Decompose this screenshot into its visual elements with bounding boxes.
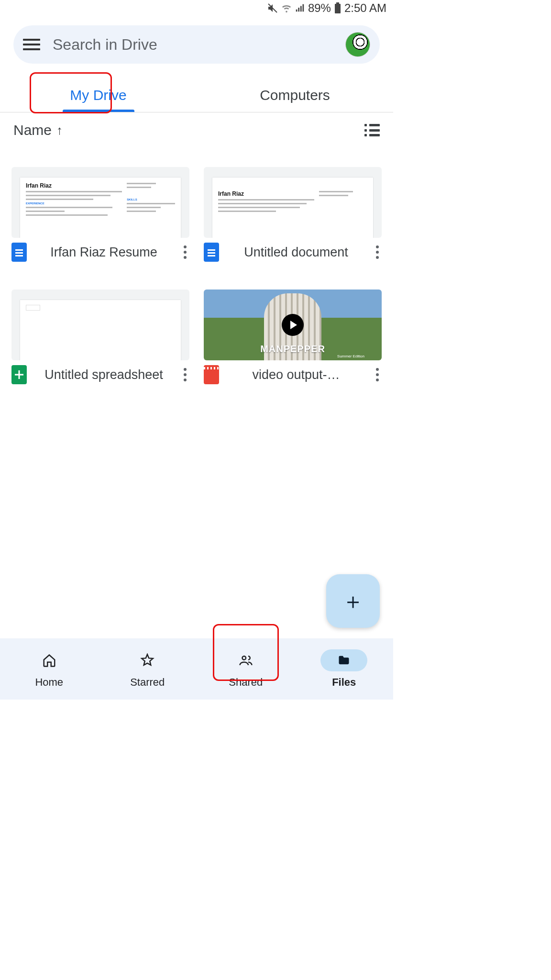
docs-icon bbox=[204, 243, 219, 262]
sheets-icon bbox=[11, 365, 27, 384]
svg-rect-2 bbox=[336, 2, 339, 4]
docs-icon bbox=[11, 243, 27, 262]
bottom-nav: Home Starred Shared Files bbox=[0, 638, 393, 700]
sort-arrow-icon: ↑ bbox=[56, 123, 63, 138]
folder-icon bbox=[335, 652, 353, 668]
file-name: Untitled spreadsheet bbox=[33, 367, 174, 382]
sort-button[interactable]: Name ↑ bbox=[13, 122, 63, 138]
battery-percent: 89% bbox=[308, 1, 331, 15]
file-card[interactable]: Irfan Riaz EXPERIENCE SKILLS Irfan Riaz … bbox=[11, 167, 189, 262]
more-options-icon[interactable] bbox=[373, 243, 382, 262]
new-button[interactable]: ＋ bbox=[326, 574, 380, 628]
plus-icon: ＋ bbox=[342, 590, 364, 612]
sort-row: Name ↑ bbox=[0, 112, 393, 140]
file-name: Untitled document bbox=[226, 245, 366, 260]
file-thumbnail: MANPEPPER Summer Edition bbox=[204, 290, 382, 360]
file-thumbnail bbox=[11, 290, 189, 360]
signal-icon bbox=[295, 3, 305, 13]
nav-label: Files bbox=[332, 676, 356, 689]
home-icon bbox=[40, 652, 58, 668]
people-icon bbox=[237, 652, 255, 668]
file-name: video output-… bbox=[226, 367, 366, 382]
tab-computers[interactable]: Computers bbox=[197, 78, 393, 112]
file-thumbnail: Irfan Riaz EXPERIENCE SKILLS bbox=[11, 167, 189, 238]
nav-label: Home bbox=[35, 676, 63, 689]
nav-files[interactable]: Files bbox=[295, 638, 394, 700]
nav-label: Shared bbox=[229, 676, 263, 689]
nav-starred[interactable]: Starred bbox=[99, 638, 197, 700]
star-icon bbox=[138, 652, 156, 668]
battery-icon bbox=[334, 2, 342, 14]
file-name: Irfan Riaz Resume bbox=[33, 245, 174, 260]
file-grid: Irfan Riaz EXPERIENCE SKILLS Irfan Riaz … bbox=[0, 140, 393, 384]
more-options-icon[interactable] bbox=[373, 365, 382, 384]
nav-home[interactable]: Home bbox=[0, 638, 99, 700]
clock: 2:50 AM bbox=[344, 1, 386, 15]
sort-label: Name bbox=[13, 122, 52, 138]
file-thumbnail: Irfan Riaz bbox=[204, 167, 382, 238]
nav-shared[interactable]: Shared bbox=[197, 638, 295, 700]
file-card[interactable]: Untitled spreadsheet bbox=[11, 290, 189, 384]
tabs: My Drive Computers bbox=[0, 78, 393, 112]
file-card[interactable]: Irfan Riaz Untitled document bbox=[204, 167, 382, 262]
wifi-icon bbox=[281, 3, 292, 13]
menu-icon[interactable] bbox=[23, 36, 40, 53]
file-card[interactable]: MANPEPPER Summer Edition video output-… bbox=[204, 290, 382, 384]
search-bar[interactable]: Search in Drive bbox=[13, 25, 380, 64]
search-placeholder: Search in Drive bbox=[53, 36, 345, 54]
mute-icon bbox=[267, 2, 278, 14]
tab-my-drive[interactable]: My Drive bbox=[0, 78, 197, 112]
play-icon bbox=[282, 314, 304, 336]
more-options-icon[interactable] bbox=[181, 243, 189, 262]
video-icon bbox=[204, 365, 219, 384]
avatar[interactable] bbox=[345, 32, 370, 57]
more-options-icon[interactable] bbox=[181, 365, 189, 384]
nav-label: Starred bbox=[130, 676, 165, 689]
status-bar: 89% 2:50 AM bbox=[0, 0, 393, 16]
list-view-icon[interactable] bbox=[364, 124, 380, 136]
